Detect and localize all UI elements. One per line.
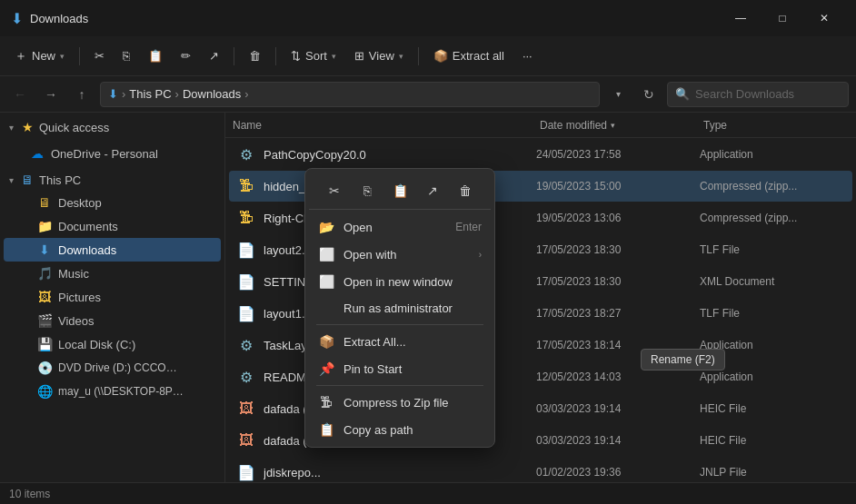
sort-chevron: ▾ (332, 52, 336, 61)
file-type: XML Document (700, 275, 845, 288)
copy-button[interactable]: ⎘ (115, 42, 137, 71)
documents-folder-icon: 📁 (36, 219, 53, 233)
context-menu-item-1[interactable]: ⬜ Open with › (309, 241, 491, 268)
forward-button[interactable]: → (38, 82, 64, 107)
file-type: TLF File (700, 243, 845, 256)
ctx-share-button[interactable]: ↗ (418, 176, 447, 205)
share-icon: ↗ (209, 49, 219, 63)
sidebar-item-downloads[interactable]: ⬇ Downloads (4, 238, 221, 262)
extract-label: Extract all (453, 49, 504, 63)
col-name-label: Name (233, 119, 262, 132)
file-type: HEIC File (700, 434, 845, 447)
ctx-separator-2 (316, 385, 483, 386)
up-button[interactable]: ↑ (69, 82, 95, 107)
titlebar-left: ⬇ Downloads (11, 10, 88, 27)
table-row[interactable]: ⚙ PathCopyCopy20.0 24/05/2023 17:58 Appl… (229, 139, 852, 170)
chevron-down-icon: ▾ (9, 123, 14, 133)
ctx-paste-button[interactable]: 📋 (385, 176, 414, 205)
sidebar-item-dvd[interactable]: 💿 DVD Drive (D:) CCCOMA_X64F... (4, 356, 221, 380)
new-button[interactable]: ＋ New ▾ (7, 42, 72, 71)
toolbar-sep-2 (234, 47, 234, 65)
sidebar-quickaccess-header[interactable]: ▾ ★ Quick access (4, 116, 221, 138)
sidebar-documents-label: Documents (58, 220, 118, 233)
extract-button[interactable]: 📦 Extract all (426, 42, 512, 71)
ctx-item-icon: 🗜 (318, 395, 334, 410)
context-menu-item-5[interactable]: 📌 Pin to Start (309, 355, 491, 382)
sidebar-pictures-label: Pictures (58, 291, 101, 304)
path-dropdown-button[interactable]: ▾ (605, 82, 631, 107)
search-box[interactable]: 🔍 Search Downloads (667, 82, 849, 107)
file-icon: ⚙ (236, 335, 256, 355)
context-menu-item-3[interactable]: Run as administrator (309, 295, 491, 321)
toolbar-sep-3 (275, 47, 276, 65)
sidebar-downloads-label: Downloads (58, 243, 116, 257)
sidebar-item-onedrive[interactable]: ☁ OneDrive - Personal (4, 142, 221, 165)
sidebar-music-label: Music (58, 267, 89, 281)
ctx-item-label: Open in new window (343, 275, 453, 289)
ctx-item-icon: 📂 (318, 220, 334, 234)
context-menu-item-2[interactable]: ⬜ Open in new window (309, 268, 491, 295)
paste-button[interactable]: 📋 (141, 42, 170, 71)
delete-button[interactable]: 🗑 (242, 42, 268, 71)
back-button[interactable]: ← (7, 82, 33, 107)
file-type: JNLP File (700, 466, 845, 479)
view-icon: ⊞ (354, 49, 364, 63)
ctx-arrow-icon: › (479, 250, 482, 260)
toolbar-sep-1 (79, 47, 80, 65)
sidebar-item-documents[interactable]: 📁 Documents (4, 214, 221, 238)
path-bar[interactable]: ⬇ › This PC › Downloads › (100, 82, 600, 107)
ctx-copy-button[interactable]: ⎘ (353, 176, 382, 205)
context-menu-item-6[interactable]: 🗜 Compress to Zip file (309, 389, 491, 416)
table-row[interactable]: 📄 jdiskrepo... 01/02/2023 19:36 JNLP Fil… (229, 457, 852, 482)
rename-button[interactable]: ✏ (174, 42, 198, 71)
sidebar-item-network[interactable]: 🌐 may_u (\\DESKTOP-8PHHAN9\ (4, 380, 221, 403)
sort-down-icon: ▾ (611, 121, 615, 130)
col-type-header[interactable]: Type (703, 119, 849, 132)
sidebar-localdisk-label: Local Disk (C:) (58, 338, 135, 351)
maximize-button[interactable]: □ (761, 4, 803, 33)
more-button[interactable]: ··· (515, 42, 540, 71)
col-name-header[interactable]: Name (233, 119, 540, 132)
file-name: PathCopyCopy20.0 (264, 148, 536, 162)
ctx-delete-button[interactable]: 🗑 (451, 176, 480, 205)
sidebar-section-quickaccess: ▾ ★ Quick access (0, 116, 224, 138)
sidebar-item-music[interactable]: 🎵 Music (4, 262, 221, 285)
context-menu-item-0[interactable]: 📂 Open Enter (309, 213, 491, 241)
col-date-header[interactable]: Date modified ▾ (540, 119, 703, 132)
sidebar: ▾ ★ Quick access ☁ OneDrive - Personal ▾… (0, 113, 225, 482)
context-menu-item-7[interactable]: 📋 Copy as path (309, 416, 491, 443)
share-button[interactable]: ↗ (202, 42, 226, 71)
ctx-shortcut: Enter (455, 221, 482, 233)
file-icon: 📄 (236, 240, 256, 260)
col-date-label: Date modified (540, 119, 607, 132)
disk-icon: 💾 (36, 337, 53, 351)
ctx-cut-button[interactable]: ✂ (320, 176, 349, 205)
sidebar-item-localdisk[interactable]: 💾 Local Disk (C:) (4, 332, 221, 356)
toolbar: ＋ New ▾ ✂ ⎘ 📋 ✏ ↗ 🗑 ⇅ Sort ▾ ⊞ View ▾ 📦 … (0, 36, 856, 76)
ctx-separator (316, 324, 483, 325)
refresh-button[interactable]: ↻ (636, 82, 662, 107)
sort-button[interactable]: ⇅ Sort ▾ (284, 42, 343, 71)
cut-button[interactable]: ✂ (87, 42, 112, 71)
rename-icon: ✏ (181, 49, 191, 63)
sidebar-item-desktop[interactable]: 🖥 Desktop (4, 191, 221, 214)
file-date: 12/05/2023 14:03 (536, 371, 700, 383)
file-date: 03/03/2023 19:14 (536, 402, 700, 415)
sidebar-item-pictures[interactable]: 🖼 Pictures (4, 285, 221, 309)
file-icon: 📄 (236, 462, 256, 482)
ctx-item-label: Copy as path (343, 423, 413, 437)
file-icon: 🗜 (236, 176, 256, 196)
file-icon: 🗜 (236, 208, 256, 228)
file-name: jdiskrepo... (264, 466, 536, 479)
close-button[interactable]: ✕ (803, 4, 845, 33)
sidebar-thispc-header[interactable]: ▾ 🖥 This PC (4, 169, 221, 191)
ctx-items-container: 📂 Open Enter ⬜ Open with › ⬜ Open in new… (309, 213, 491, 443)
context-menu-item-4[interactable]: 📦 Extract All... (309, 328, 491, 355)
file-type: TLF File (700, 307, 845, 320)
pictures-folder-icon: 🖼 (36, 290, 53, 304)
view-button[interactable]: ⊞ View ▾ (347, 42, 411, 71)
sidebar-onedrive-label: OneDrive - Personal (51, 147, 158, 161)
minimize-button[interactable]: — (720, 4, 761, 33)
sidebar-quickaccess-label: Quick access (39, 121, 109, 134)
sidebar-item-videos[interactable]: 🎬 Videos (4, 309, 221, 332)
